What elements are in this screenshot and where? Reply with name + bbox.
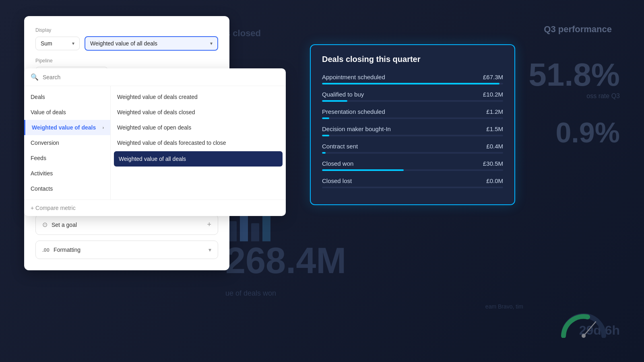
search-icon: 🔍 xyxy=(31,73,39,81)
deal-row-won-header: Closed won £30.5M xyxy=(322,160,503,167)
compare-metric-label: + Compare metric xyxy=(31,205,76,211)
formatting-section[interactable]: .00 Formatting ▾ xyxy=(35,241,218,259)
deal-qualified-name: Qualified to buy xyxy=(322,91,364,98)
deal-lost-bar-track xyxy=(322,187,503,188)
panel-title: Deals closing this quarter xyxy=(322,55,503,64)
bg-team-label: eam Bravo, tim xyxy=(485,303,523,310)
sub-item-open[interactable]: Weighted value of open deals xyxy=(111,120,286,135)
dropdown-sub-items: Weighted value of deals created Weighted… xyxy=(111,86,286,200)
deal-row-qualified-header: Qualified to buy £10.2M xyxy=(322,91,503,98)
deal-presentation-bar-track xyxy=(322,117,503,119)
bg-closed-label: s closed xyxy=(225,28,261,39)
deal-row-contract: Contract sent £0.4M xyxy=(322,143,503,154)
dropdown-categories: Deals Value of deals Weighted value of d… xyxy=(24,86,111,200)
deal-row-qualified: Qualified to buy £10.2M xyxy=(322,91,503,102)
deal-presentation-name: Presentation scheduled xyxy=(322,108,385,115)
sub-item-all-label: Weighted value of all deals xyxy=(119,156,186,162)
deal-lost-value: £0.0M xyxy=(486,177,503,184)
bg-268-label: 268.4M xyxy=(225,240,346,282)
big-percent: 51.8% xyxy=(528,56,620,93)
deal-contract-name: Contract sent xyxy=(322,143,358,150)
rate-label: oss rate Q3 xyxy=(586,93,620,100)
deal-won-bar-track xyxy=(322,169,503,171)
category-deals[interactable]: Deals xyxy=(24,89,110,105)
deal-won-name: Closed won xyxy=(322,160,353,167)
metric-value: Weighted value of all deals xyxy=(90,40,157,47)
deal-presentation-value: £1.2M xyxy=(486,108,503,115)
sub-item-all[interactable]: Weighted value of all deals xyxy=(114,151,283,167)
category-weighted-value[interactable]: Weighted value of deals › xyxy=(24,120,110,135)
category-contacts[interactable]: Contacts xyxy=(24,181,110,196)
deal-appointment-bar-fill xyxy=(322,83,500,84)
category-activities[interactable]: Activities xyxy=(24,166,110,181)
right-panel: Deals closing this quarter Appointment s… xyxy=(310,44,515,205)
category-feeds[interactable]: Feeds xyxy=(24,150,110,166)
formatting-chevron-icon: ▾ xyxy=(208,247,211,253)
bg-gauge xyxy=(559,310,608,338)
deal-won-bar-fill xyxy=(322,169,404,171)
category-conversion[interactable]: Conversion xyxy=(24,135,110,150)
metric-dropdown: 🔍 Deals Value of deals Weighted value of… xyxy=(24,68,286,216)
small-percent: 0.9% xyxy=(555,117,620,149)
deal-contract-bar-track xyxy=(322,152,503,154)
sum-chevron-icon: ▾ xyxy=(72,41,74,46)
deal-decision-value: £1.5M xyxy=(486,125,503,132)
sub-item-forecasted[interactable]: Weighted value of deals forecasted to cl… xyxy=(111,135,286,150)
formatting-left: .00 Formatting xyxy=(42,247,80,253)
deal-appointment-bar-track xyxy=(322,83,503,84)
deal-row-lost: Closed lost £0.0M xyxy=(322,177,503,188)
deal-row-decision-header: Decision maker bought-In £1.5M xyxy=(322,125,503,132)
deal-row-contract-header: Contract sent £0.4M xyxy=(322,143,503,150)
q3-performance-label: Q3 performance xyxy=(544,24,612,35)
deal-decision-bar-track xyxy=(322,135,503,136)
deal-row-appointment-header: Appointment scheduled £67.3M xyxy=(322,74,503,80)
bg-bar-2 xyxy=(229,221,237,241)
category-conversion-label: Conversion xyxy=(31,140,59,146)
category-contacts-label: Contacts xyxy=(31,185,53,192)
sum-select[interactable]: Sum ▾ xyxy=(35,37,80,50)
deal-row-decision: Decision maker bought-In £1.5M xyxy=(322,125,503,136)
bg-bar-3 xyxy=(240,215,248,241)
deal-row-presentation-header: Presentation scheduled £1.2M xyxy=(322,108,503,115)
goal-add-icon: + xyxy=(207,220,211,229)
sub-item-closed[interactable]: Weighted value of deals closed xyxy=(111,105,286,120)
sub-item-open-label: Weighted value of open deals xyxy=(117,124,191,131)
goal-section[interactable]: ⊙ Set a goal + xyxy=(35,214,218,235)
sum-value: Sum xyxy=(41,40,52,47)
compare-metric-btn[interactable]: + Compare metric xyxy=(24,200,286,216)
deal-contract-value: £0.4M xyxy=(486,143,503,150)
deal-contract-bar-fill xyxy=(322,152,326,154)
metric-select[interactable]: Weighted value of all deals ▾ xyxy=(85,36,218,51)
deal-qualified-value: £10.2M xyxy=(483,91,503,98)
svg-point-1 xyxy=(582,334,586,338)
sub-item-closed-label: Weighted value of deals closed xyxy=(117,109,195,115)
bg-deals-won-label: ue of deals won xyxy=(225,289,276,298)
display-row: Sum ▾ Weighted value of all deals ▾ xyxy=(35,36,218,51)
display-label: Display xyxy=(35,27,218,33)
category-feeds-label: Feeds xyxy=(31,155,46,161)
svg-line-0 xyxy=(584,322,596,336)
deal-decision-name: Decision maker bought-In xyxy=(322,125,391,132)
deal-lost-name: Closed lost xyxy=(322,177,352,184)
deal-won-value: £30.5M xyxy=(483,160,503,167)
sub-item-created-label: Weighted value of deals created xyxy=(117,94,198,100)
bg-bar-4 xyxy=(251,223,259,241)
deal-appointment-value: £67.3M xyxy=(483,74,503,80)
deal-appointment-name: Appointment scheduled xyxy=(322,74,385,80)
formatting-label: Formatting xyxy=(54,247,80,253)
search-row: 🔍 xyxy=(24,68,286,86)
bg-bar-5 xyxy=(262,213,270,241)
category-value-of-deals[interactable]: Value of deals xyxy=(24,105,110,120)
weighted-chevron-icon: › xyxy=(103,125,104,130)
search-input[interactable] xyxy=(43,74,279,80)
pipeline-label: Pipeline xyxy=(35,58,218,64)
deal-decision-bar-fill xyxy=(322,135,329,136)
deal-qualified-bar-track xyxy=(322,100,503,102)
goal-left: ⊙ Set a goal xyxy=(42,221,77,228)
metric-chevron-icon: ▾ xyxy=(210,41,213,46)
deal-row-presentation: Presentation scheduled £1.2M xyxy=(322,108,503,119)
sub-item-created[interactable]: Weighted value of deals created xyxy=(111,89,286,105)
category-deals-label: Deals xyxy=(31,94,45,100)
category-activities-label: Activities xyxy=(31,170,53,177)
deal-row-won: Closed won £30.5M xyxy=(322,160,503,171)
